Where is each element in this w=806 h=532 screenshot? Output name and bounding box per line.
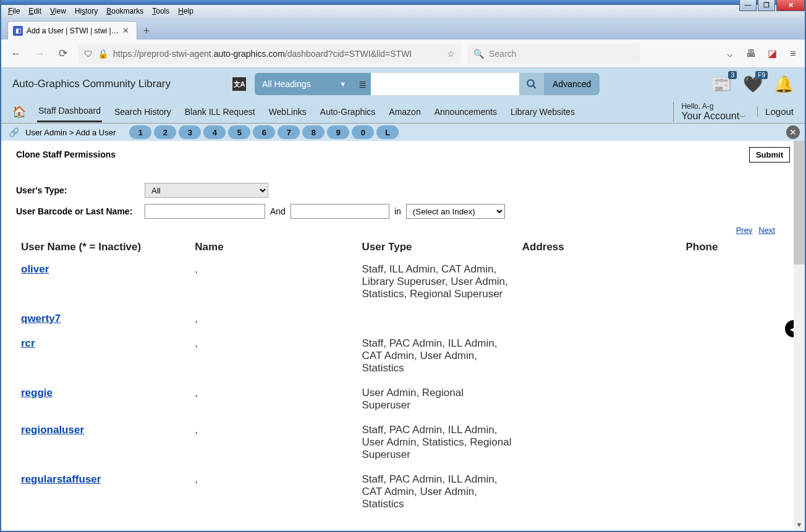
step-pill-L[interactable]: L bbox=[376, 125, 399, 139]
nav-library-websites[interactable]: Library Websites bbox=[509, 102, 576, 122]
app-header: Auto-Graphics Community Library 文A All H… bbox=[1, 68, 805, 100]
step-pill-9[interactable]: 9 bbox=[327, 125, 349, 139]
step-pill-1[interactable]: 1 bbox=[129, 125, 151, 139]
extension-icon[interactable]: ◪ bbox=[766, 48, 778, 59]
username-link[interactable]: rcr bbox=[21, 337, 35, 349]
library-name: Auto-Graphics Community Library bbox=[12, 78, 171, 90]
username-link[interactable]: regularstaffuser bbox=[21, 473, 101, 485]
cell-name: , bbox=[190, 257, 357, 306]
pocket-icon[interactable]: ⌵ bbox=[724, 48, 736, 59]
table-row: qwerty7, bbox=[16, 306, 790, 331]
nav-reload-button[interactable]: ⟳ bbox=[54, 45, 72, 62]
next-link[interactable]: Next bbox=[758, 226, 775, 235]
chevron-down-icon: ﹀ bbox=[739, 113, 746, 120]
menu-history[interactable]: History bbox=[70, 6, 102, 17]
users-type-select[interactable]: All bbox=[145, 183, 268, 198]
advanced-search-button[interactable]: Advanced bbox=[544, 73, 600, 95]
cell-phone bbox=[681, 331, 790, 381]
scrollbar-down-arrow-icon[interactable]: ▼ bbox=[794, 519, 805, 530]
database-icon[interactable]: ≣ bbox=[354, 73, 371, 95]
nav-forward-button[interactable]: → bbox=[31, 45, 48, 62]
hamburger-menu-icon[interactable]: ≡ bbox=[787, 48, 799, 59]
hello-text: Hello, A-g bbox=[681, 102, 746, 111]
table-row: oliver,Staff, ILL Admin, CAT Admin, Libr… bbox=[16, 257, 790, 306]
nav-blank-ill-request[interactable]: Blank ILL Request bbox=[184, 102, 257, 122]
step-pill-5[interactable]: 5 bbox=[228, 125, 250, 139]
nav-staff-dashboard[interactable]: Staff Dashboard bbox=[37, 101, 102, 122]
close-panel-button[interactable]: ✕ bbox=[786, 125, 800, 139]
tab-favicon-icon: ◧ bbox=[13, 26, 23, 36]
step-pill-8[interactable]: 8 bbox=[302, 125, 325, 139]
barcode-input[interactable] bbox=[145, 204, 265, 219]
favorites-icon[interactable]: 🖤F9 bbox=[743, 75, 763, 94]
menu-bookmarks[interactable]: Bookmarks bbox=[102, 6, 148, 17]
cell-name: , bbox=[190, 331, 357, 381]
tab-close-icon[interactable]: ✕ bbox=[120, 26, 132, 35]
home-icon[interactable]: 🏠 bbox=[12, 105, 26, 119]
table-row: regularstaffuser,Staff, PAC Admin, ILL A… bbox=[16, 467, 790, 517]
notifications-icon[interactable]: 🔔 bbox=[774, 75, 794, 94]
username-link[interactable]: oliver bbox=[21, 263, 49, 275]
nav-auto-graphics[interactable]: Auto-Graphics bbox=[319, 102, 376, 122]
content-area: Clone Staff Permissions Submit User's Ty… bbox=[1, 141, 805, 530]
menu-edit[interactable]: Edit bbox=[24, 6, 46, 17]
cell-address bbox=[517, 418, 681, 467]
url-bar[interactable]: 🛡 🔒 https://preprod-stwi-agent.auto-grap… bbox=[78, 44, 461, 64]
users-type-label: User's Type: bbox=[16, 185, 140, 195]
window-minimize-button[interactable]: — bbox=[739, 0, 757, 11]
username-link[interactable]: reggie bbox=[21, 387, 53, 399]
step-pill-6[interactable]: 6 bbox=[253, 125, 275, 139]
account-menu[interactable]: Hello, A-g Your Account﹀ bbox=[673, 102, 746, 122]
nav-weblinks[interactable]: WebLinks bbox=[268, 102, 308, 122]
menu-view[interactable]: View bbox=[46, 6, 70, 17]
and-label: And bbox=[270, 206, 286, 216]
bookmark-star-icon[interactable]: ☆ bbox=[447, 49, 455, 59]
cell-usertype bbox=[357, 306, 517, 331]
step-pill-0[interactable]: 0 bbox=[352, 125, 374, 139]
cell-address bbox=[517, 257, 681, 306]
nav-back-button[interactable]: ← bbox=[7, 45, 25, 62]
logout-link[interactable]: Logout bbox=[757, 106, 794, 117]
catalog-search-button[interactable] bbox=[519, 73, 544, 95]
table-row: rcr,Staff, PAC Admin, ILL Admin, CAT Adm… bbox=[16, 331, 790, 381]
news-icon[interactable]: 📰3 bbox=[712, 75, 732, 94]
index-select[interactable]: (Select an Index) bbox=[406, 204, 505, 219]
step-pill-2[interactable]: 2 bbox=[154, 125, 176, 139]
username-link[interactable]: regionaluser bbox=[21, 424, 84, 436]
favorites-badge: F9 bbox=[755, 71, 768, 79]
news-badge: 3 bbox=[728, 71, 737, 79]
menu-tools[interactable]: Tools bbox=[148, 6, 174, 17]
col-address: Address bbox=[517, 237, 681, 257]
cell-name: , bbox=[190, 306, 357, 331]
nav-announcements[interactable]: Announcements bbox=[433, 102, 498, 122]
cell-address bbox=[517, 331, 681, 381]
new-tab-button[interactable]: + bbox=[137, 22, 156, 40]
step-pill-3[interactable]: 3 bbox=[179, 125, 201, 139]
lock-icon: 🔒 bbox=[98, 49, 108, 59]
shield-icon: 🛡 bbox=[84, 49, 93, 59]
search-placeholder: Search bbox=[489, 49, 516, 59]
lastname-input[interactable] bbox=[291, 204, 389, 219]
submit-button[interactable]: Submit bbox=[749, 147, 790, 163]
step-pill-4[interactable]: 4 bbox=[203, 125, 226, 139]
browser-menubar: File Edit View History Bookmarks Tools H… bbox=[1, 5, 805, 17]
catalog-search-input[interactable] bbox=[371, 73, 519, 95]
window-maximize-button[interactable]: ❐ bbox=[758, 0, 775, 11]
user-table: User Name (* = Inactive) Name User Type … bbox=[16, 237, 790, 517]
browser-search-bar[interactable]: 🔍 Search bbox=[467, 44, 640, 64]
nav-search-history[interactable]: Search History bbox=[113, 102, 172, 122]
translate-icon[interactable]: 文A bbox=[232, 77, 246, 91]
vertical-scrollbar[interactable]: ▼ bbox=[794, 141, 805, 530]
menu-file[interactable]: File bbox=[4, 6, 24, 17]
menu-help[interactable]: Help bbox=[174, 6, 198, 17]
browser-tab[interactable]: ◧ Add a User | STWI | stwi | Auto-G ✕ bbox=[7, 21, 137, 40]
scrollbar-thumb[interactable] bbox=[794, 141, 805, 264]
prev-link[interactable]: Prev bbox=[736, 226, 753, 235]
nav-amazon[interactable]: Amazon bbox=[388, 102, 422, 122]
cell-usertype: Staff, PAC Admin, ILL Admin, CAT Admin, … bbox=[357, 331, 517, 381]
step-pill-7[interactable]: 7 bbox=[278, 125, 300, 139]
search-scope-select[interactable]: All Headings ▼ bbox=[255, 73, 354, 95]
print-icon[interactable]: 🖶 bbox=[745, 48, 757, 59]
username-link[interactable]: qwerty7 bbox=[21, 313, 61, 324]
window-close-button[interactable]: ✕ bbox=[776, 0, 805, 11]
